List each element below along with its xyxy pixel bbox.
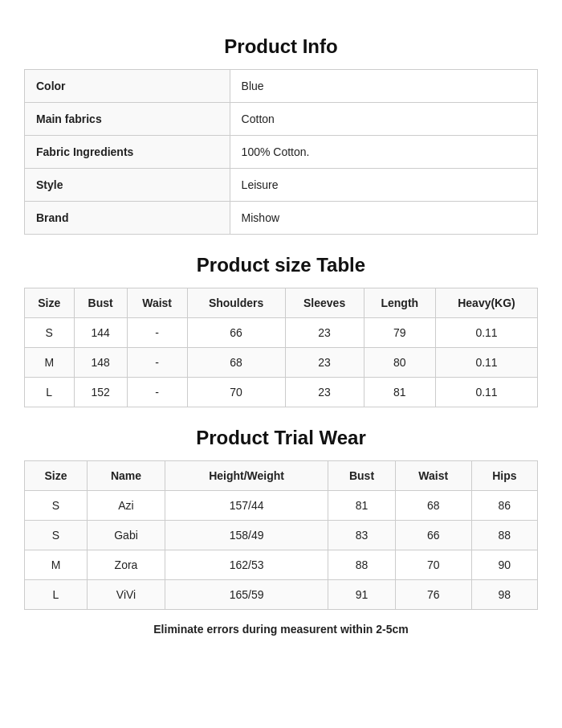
info-value: Cotton bbox=[230, 103, 537, 136]
info-label: Style bbox=[25, 169, 230, 202]
size-table-cell: S bbox=[25, 318, 75, 348]
trial-table-cell: 86 bbox=[471, 491, 537, 521]
size-table-header: Heavy(KG) bbox=[436, 288, 538, 318]
size-table-cell: 0.11 bbox=[436, 378, 538, 407]
size-table-header: Shoulders bbox=[187, 288, 285, 318]
table-row: ColorBlue bbox=[25, 70, 538, 103]
trial-table-header: Size bbox=[25, 461, 88, 491]
trial-table-header: Height/Weight bbox=[165, 461, 328, 491]
trial-table-cell: 165/59 bbox=[165, 580, 328, 610]
trial-table-cell: 90 bbox=[471, 550, 537, 580]
size-table-cell: 148 bbox=[74, 348, 127, 378]
trial-table-cell: 88 bbox=[471, 521, 537, 550]
size-table-cell: - bbox=[127, 378, 187, 407]
table-row: LViVi165/59917698 bbox=[25, 580, 538, 610]
table-row: SAzi157/44816886 bbox=[25, 491, 538, 521]
trial-table-header: Hips bbox=[471, 461, 537, 491]
table-row: StyleLeisure bbox=[25, 169, 538, 202]
trial-table-cell: S bbox=[25, 491, 88, 521]
info-value: Leisure bbox=[230, 169, 537, 202]
trial-table-cell: 81 bbox=[328, 491, 396, 521]
info-value: Blue bbox=[230, 70, 537, 103]
size-table-cell: 152 bbox=[74, 378, 127, 407]
size-table-header: Size bbox=[25, 288, 75, 318]
table-row: M148-6823800.11 bbox=[25, 348, 538, 378]
trial-table-cell: 70 bbox=[395, 550, 471, 580]
info-value: Mishow bbox=[230, 202, 537, 235]
size-table-cell: 23 bbox=[285, 318, 364, 348]
size-table: SizeBustWaistShouldersSleevesLengthHeavy… bbox=[24, 288, 538, 407]
trial-table-cell: L bbox=[25, 580, 88, 610]
size-table-cell: - bbox=[127, 318, 187, 348]
trial-table-cell: ViVi bbox=[87, 580, 165, 610]
table-row: S144-6623790.11 bbox=[25, 318, 538, 348]
table-row: Main fabricsCotton bbox=[25, 103, 538, 136]
info-label: Fabric Ingredients bbox=[25, 136, 230, 169]
size-table-header: Bust bbox=[74, 288, 127, 318]
size-table-cell: 81 bbox=[364, 378, 436, 407]
size-table-cell: 79 bbox=[364, 318, 436, 348]
size-table-cell: 80 bbox=[364, 348, 436, 378]
trial-table-cell: Gabi bbox=[87, 521, 165, 550]
table-row: BrandMishow bbox=[25, 202, 538, 235]
size-table-cell: 0.11 bbox=[436, 318, 538, 348]
disclaimer-text: Eliminate errors during measurent within… bbox=[24, 623, 538, 636]
product-info-table: ColorBlueMain fabricsCottonFabric Ingred… bbox=[24, 69, 538, 235]
trial-table-cell: 66 bbox=[395, 521, 471, 550]
info-value: 100% Cotton. bbox=[230, 136, 537, 169]
size-table-title: Product size Table bbox=[24, 254, 538, 276]
table-row: MZora162/53887090 bbox=[25, 550, 538, 580]
trial-table-header: Name bbox=[87, 461, 165, 491]
trial-table-cell: 91 bbox=[328, 580, 396, 610]
trial-wear-table: SizeNameHeight/WeightBustWaistHips SAzi1… bbox=[24, 460, 538, 610]
table-row: SGabi158/49836688 bbox=[25, 521, 538, 550]
size-table-cell: - bbox=[127, 348, 187, 378]
trial-table-cell: 98 bbox=[471, 580, 537, 610]
size-table-cell: 68 bbox=[187, 348, 285, 378]
trial-wear-title: Product Trial Wear bbox=[24, 427, 538, 449]
table-row: L152-7023810.11 bbox=[25, 378, 538, 407]
trial-table-cell: 83 bbox=[328, 521, 396, 550]
size-table-header: Sleeves bbox=[285, 288, 364, 318]
trial-table-header: Bust bbox=[328, 461, 396, 491]
size-table-cell: 23 bbox=[285, 348, 364, 378]
size-table-cell: 23 bbox=[285, 378, 364, 407]
product-info-title: Product Info bbox=[24, 35, 538, 58]
trial-table-cell: 68 bbox=[395, 491, 471, 521]
trial-table-cell: 158/49 bbox=[165, 521, 328, 550]
trial-table-cell: S bbox=[25, 521, 88, 550]
trial-table-cell: 162/53 bbox=[165, 550, 328, 580]
size-table-cell: 144 bbox=[74, 318, 127, 348]
trial-table-header: Waist bbox=[395, 461, 471, 491]
size-table-header: Length bbox=[364, 288, 436, 318]
trial-table-cell: 76 bbox=[395, 580, 471, 610]
info-label: Brand bbox=[25, 202, 230, 235]
table-row: Fabric Ingredients100% Cotton. bbox=[25, 136, 538, 169]
trial-table-cell: 157/44 bbox=[165, 491, 328, 521]
trial-table-cell: M bbox=[25, 550, 88, 580]
size-table-cell: L bbox=[25, 378, 75, 407]
trial-table-cell: Azi bbox=[87, 491, 165, 521]
info-label: Main fabrics bbox=[25, 103, 230, 136]
trial-table-cell: 88 bbox=[328, 550, 396, 580]
size-table-cell: 0.11 bbox=[436, 348, 538, 378]
size-table-header: Waist bbox=[127, 288, 187, 318]
size-table-cell: M bbox=[25, 348, 75, 378]
trial-table-cell: Zora bbox=[87, 550, 165, 580]
size-table-cell: 66 bbox=[187, 318, 285, 348]
info-label: Color bbox=[25, 70, 230, 103]
size-table-cell: 70 bbox=[187, 378, 285, 407]
